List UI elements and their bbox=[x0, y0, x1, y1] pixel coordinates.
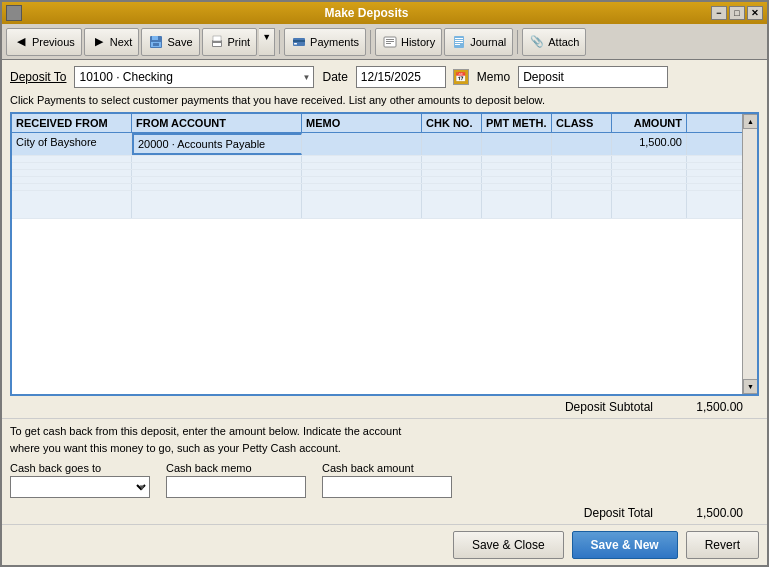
cell-chk-4 bbox=[422, 177, 482, 183]
table-row[interactable] bbox=[12, 177, 757, 184]
cell-from-1 bbox=[132, 156, 302, 162]
table-row[interactable]: City of Bayshore 20000 · Accounts Payabl… bbox=[12, 133, 757, 156]
cell-received-1 bbox=[12, 156, 132, 162]
cell-memo-0 bbox=[302, 133, 422, 155]
cell-amount-4 bbox=[612, 177, 687, 183]
cash-back-amount-input[interactable] bbox=[322, 476, 452, 498]
cell-from-2 bbox=[132, 163, 302, 169]
calendar-icon[interactable]: 📅 bbox=[453, 69, 469, 85]
title-bar: Make Deposits − □ ✕ bbox=[2, 2, 767, 24]
cell-class-0 bbox=[552, 133, 612, 155]
svg-rect-3 bbox=[153, 43, 159, 46]
cash-back-memo-field: Cash back memo bbox=[166, 462, 306, 498]
cell-memo-6 bbox=[302, 191, 422, 218]
save-close-button[interactable]: Save & Close bbox=[453, 531, 564, 559]
memo-input[interactable] bbox=[518, 66, 668, 88]
cash-back-goes-to-field: Cash back goes to bbox=[10, 462, 150, 498]
cell-chk-5 bbox=[422, 184, 482, 190]
print-icon bbox=[209, 34, 225, 50]
previous-button[interactable]: ◀ Previous bbox=[6, 28, 82, 56]
cell-class-2 bbox=[552, 163, 612, 169]
maximize-button[interactable]: □ bbox=[729, 6, 745, 20]
info-text: Click Payments to select customer paymen… bbox=[10, 92, 759, 108]
table-row[interactable] bbox=[12, 156, 757, 163]
cell-received-3 bbox=[12, 170, 132, 176]
cash-back-goes-to-label: Cash back goes to bbox=[10, 462, 150, 474]
cell-from-5 bbox=[132, 184, 302, 190]
toolbar-separator-1 bbox=[279, 30, 280, 54]
toolbar-separator-2 bbox=[370, 30, 371, 54]
save-icon bbox=[148, 34, 164, 50]
cash-back-row: Cash back goes to Cash back memo Cash ba… bbox=[10, 462, 759, 498]
form-area: Deposit To 10100 · Checking Date 📅 Memo … bbox=[2, 60, 767, 112]
journal-button[interactable]: Journal bbox=[444, 28, 513, 56]
save-new-button[interactable]: Save & New bbox=[572, 531, 678, 559]
grid-body: City of Bayshore 20000 · Accounts Payabl… bbox=[12, 133, 757, 328]
attach-icon: 📎 bbox=[529, 34, 545, 50]
cell-from-3 bbox=[132, 170, 302, 176]
cash-back-amount-field: Cash back amount bbox=[322, 462, 452, 498]
cell-amount-0: 1,500.00 bbox=[612, 133, 687, 155]
cell-memo-3 bbox=[302, 170, 422, 176]
cash-back-select-wrapper bbox=[10, 476, 150, 498]
payments-icon bbox=[291, 34, 307, 50]
scroll-down-button[interactable]: ▼ bbox=[743, 379, 758, 394]
history-button[interactable]: History bbox=[375, 28, 442, 56]
journal-label: Journal bbox=[470, 36, 506, 48]
header-amount: AMOUNT bbox=[612, 114, 687, 132]
svg-rect-18 bbox=[455, 44, 460, 45]
history-icon bbox=[382, 34, 398, 50]
scroll-up-button[interactable]: ▲ bbox=[743, 114, 758, 129]
deposit-total-value: 1,500.00 bbox=[673, 506, 743, 520]
deposit-grid: RECEIVED FROM FROM ACCOUNT MEMO CHK NO. … bbox=[10, 112, 759, 396]
svg-rect-6 bbox=[213, 43, 221, 46]
payments-button[interactable]: Payments bbox=[284, 28, 366, 56]
memo-label: Memo bbox=[477, 70, 510, 84]
cell-pmt-1 bbox=[482, 156, 552, 162]
table-row[interactable] bbox=[12, 170, 757, 177]
cash-back-info-line1: To get cash back from this deposit, ente… bbox=[10, 425, 401, 437]
cell-memo-4 bbox=[302, 177, 422, 183]
cell-received-2 bbox=[12, 163, 132, 169]
cell-from-6 bbox=[132, 191, 302, 218]
cash-back-info: To get cash back from this deposit, ente… bbox=[10, 423, 759, 456]
table-row[interactable] bbox=[12, 163, 757, 170]
minimize-button[interactable]: − bbox=[711, 6, 727, 20]
deposit-to-select[interactable]: 10100 · Checking bbox=[74, 66, 314, 88]
next-button[interactable]: ▶ Next bbox=[84, 28, 140, 56]
print-dropdown-arrow[interactable]: ▼ bbox=[259, 28, 275, 56]
deposit-to-row: Deposit To 10100 · Checking Date 📅 Memo bbox=[10, 66, 759, 88]
window-title: Make Deposits bbox=[22, 6, 711, 20]
header-from-account: FROM ACCOUNT bbox=[132, 114, 302, 132]
attach-label: Attach bbox=[548, 36, 579, 48]
cell-memo-2 bbox=[302, 163, 422, 169]
svg-rect-9 bbox=[294, 43, 297, 45]
deposit-to-select-wrapper: 10100 · Checking bbox=[74, 66, 314, 88]
cash-back-memo-input[interactable] bbox=[166, 476, 306, 498]
attach-button[interactable]: 📎 Attach bbox=[522, 28, 586, 56]
cell-class-4 bbox=[552, 177, 612, 183]
header-memo: MEMO bbox=[302, 114, 422, 132]
date-input[interactable] bbox=[356, 66, 446, 88]
svg-rect-12 bbox=[386, 41, 394, 42]
cash-back-area: To get cash back from this deposit, ente… bbox=[2, 418, 767, 502]
button-row: Save & Close Save & New Revert bbox=[2, 524, 767, 565]
cell-from-4 bbox=[132, 177, 302, 183]
cell-received-5 bbox=[12, 184, 132, 190]
close-button[interactable]: ✕ bbox=[747, 6, 763, 20]
cell-chk-0 bbox=[422, 133, 482, 155]
revert-button[interactable]: Revert bbox=[686, 531, 759, 559]
cell-amount-6 bbox=[612, 191, 687, 218]
table-row[interactable] bbox=[12, 191, 757, 219]
print-button[interactable]: Print bbox=[202, 28, 258, 56]
cash-back-amount-label: Cash back amount bbox=[322, 462, 452, 474]
cell-amount-1 bbox=[612, 156, 687, 162]
print-label: Print bbox=[228, 36, 251, 48]
grid-scrollbar[interactable]: ▲ ▼ bbox=[742, 114, 757, 394]
save-button[interactable]: Save bbox=[141, 28, 199, 56]
cell-amount-2 bbox=[612, 163, 687, 169]
table-row[interactable] bbox=[12, 184, 757, 191]
toolbar: ◀ Previous ▶ Next Save Print ▼ Payments bbox=[2, 24, 767, 60]
cell-pmt-5 bbox=[482, 184, 552, 190]
cash-back-account-select[interactable] bbox=[10, 476, 150, 498]
